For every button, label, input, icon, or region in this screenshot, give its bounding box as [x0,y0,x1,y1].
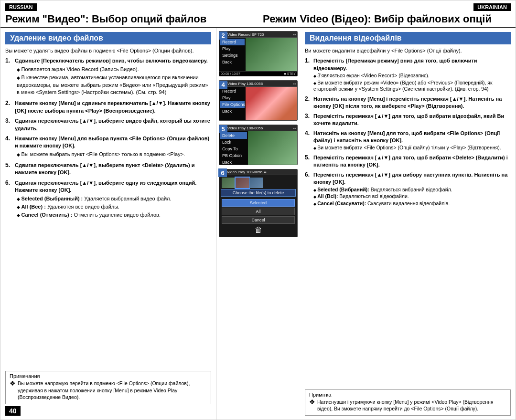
screen-2-menu: Record Play Settings Back [219,38,246,71]
left-column: Удаление видео файлов Вы можете удалять … [0,28,216,420]
screen-6-body: Choose the file(s) to delete Selected Al… [219,175,297,237]
left-step-2: 2. Нажмите кнопку [Menu] и сдвиньте пере… [5,100,211,115]
step-5-num: 5. [5,162,13,168]
thumb-2 [236,178,249,188]
rstep-4-title: Натисніть на кнопку [Menu] для того, щоб… [313,130,500,143]
screen-2-title: Video Record SF 720 [227,32,292,37]
right-notes-title: Примітка [309,392,506,398]
title-right: Режим Video (Відео): Вибір файлових опці… [258,13,511,25]
menu-record: Record [220,39,245,45]
rstep-4-content: Натисніть на кнопку [Menu] для того, щоб… [313,130,511,152]
menu-5-lock: Lock [220,139,247,146]
screen-5-status: ▪▪ [293,126,296,130]
right-step-5: 5. Перемістіть перемикач [▲/▼] для того,… [305,154,511,169]
step-1-content: Сдвиньте [Переключатель режимов] вниз, ч… [15,57,211,97]
screen-5-image [248,131,297,165]
rstep-3-num: 3. [305,113,313,127]
menu-4-play: Play [220,94,245,101]
screen-6-badge: 6 [219,169,227,177]
screen-4: 4 🎥 Video Play 100-0056 ▪▪ Record Play F… [219,80,298,121]
menu-4-record: Record [220,88,245,94]
right-step-4: 4. Натисніть на кнопку [Menu] для того, … [305,130,511,152]
rstep-2-content: Натисніть на кнопку [Menu] і перемістіть… [313,95,511,110]
screen-5-header: 🎥 Video Play 100-0056 ▪▪ [219,125,297,131]
screen-5: 5 🎥 Video Play 100-0056 ▪▪ Delete Lock C… [219,125,298,165]
screen-2-wrapper: 2 🎥 Video Record SF 720 ▪▪ Record Play S… [219,31,298,76]
screen-5-menu: Delete Lock Copy To PB Option Back [219,131,248,165]
left-notes-title: Примечания [10,373,207,379]
rstep-3-content: Перемістіть перемикач [▲/▼] для того, що… [313,113,511,127]
step-1-num: 1. [5,57,13,64]
step-6-bullets: Selected (Выбранный) : Удаляется выбранн… [15,195,211,219]
screen-2-footer: 00:00 / 10:57 ■ STBY [219,71,297,76]
left-step-3: 3. Сдвигая переключатель [▲/▼], выберите… [5,117,211,132]
screen-2-badge: 2 [219,31,227,40]
screen-6-header: 🎥 Video Play 100-0056 ▪▪ [219,169,297,175]
option-all: All [222,208,295,215]
rstep-2-num: 2. [305,95,313,110]
step-1-title: Сдвиньте [Переключатель режимов] вниз, ч… [15,58,208,63]
step-4-content: Нажмите кнопку [Menu] для выбора пункта … [15,135,211,159]
page: RUSSIAN UKRAINIAN Режим "Видео": Выбор о… [0,0,516,420]
bullet-item: Появляется экран Video Record (Запись Ви… [17,66,211,73]
screen-2-image [246,38,297,71]
screen-2-time: 00:00 / 10:57 [221,72,240,75]
step-2-title: Нажмите кнопку [Menu] и сдвиньте переклю… [15,100,210,113]
option-cancel: Cancel [222,216,295,224]
left-step-6: 6. Сдвигая переключатель [▲/▼], выберите… [5,179,211,220]
rstep-6-bullets: Selected (Вибраний): Видаляється вибрани… [313,187,511,207]
rstep-4-num: 4. [305,130,313,152]
right-note-diamond-icon: ❖ [309,398,315,406]
screen-4-image [246,87,297,120]
menu-4-back: Back [220,108,245,115]
bullet-item: Cancel (Отменить) : Отменить удаление ви… [17,211,211,219]
rstep-6-num: 6. [305,171,313,208]
screen-6-status: ▪▪ [264,170,267,174]
menu-back: Back [220,59,245,65]
step-6-content: Сдвигая переключатель [▲/▼], выберите од… [15,179,211,220]
screen-5-title: Video Play 100-0056 [227,126,292,130]
right-step-6: 6. Перемістіть перемикач [▲/▼] для вибор… [305,171,511,208]
right-step-2: 2. Натисніть на кнопку [Menu] і переміст… [305,95,511,110]
bullet-item: All (Всі): Видаляються всі відеофайли. [313,193,511,200]
screen-2-status: ▪▪ [293,33,296,36]
right-step-1: 1. Перемістіть [Перемикач режиму] вниз д… [305,57,511,93]
menu-5-back: Back [220,159,247,165]
bullet-item: Ви можете вибрати режим «Video» (Відео) … [313,80,511,93]
right-section-header: Видалення відеофайлів [305,32,511,44]
bullet-item: Вы можете выбрать пункт <File Options> т… [17,151,211,158]
left-notes-box: Примечания ❖ Вы можете напрямую перейти … [5,371,211,404]
step-6-num: 6. [5,179,13,186]
menu-play: Play [220,45,245,52]
step-2-num: 2. [5,100,13,106]
screen-2: 2 🎥 Video Record SF 720 ▪▪ Record Play S… [219,31,298,76]
menu-5-pboption: PB Option [220,152,247,159]
screen-6-wrapper: 6 🎥 Video Play 100-0056 ▪▪ Choose [219,169,298,237]
lang-header: RUSSIAN UKRAINIAN [0,0,516,12]
rstep-5-title: Перемістіть перемикач [▲/▼] для того, що… [313,155,508,168]
rstep-1-num: 1. [305,57,313,93]
screen-2-stby: ■ STBY [284,72,296,75]
rstep-3-title: Перемістіть перемикач [▲/▼] для того, що… [313,113,504,126]
screen-5-body: Delete Lock Copy To PB Option Back [219,131,297,165]
step-3-content: Сдвигая переключатель [▲/▼], выберите ви… [15,117,211,132]
screen-2-header: 🎥 Video Record SF 720 ▪▪ [219,32,297,38]
step-1-bullets: Появляется экран Video Record (Запись Ви… [15,66,211,96]
bullet-item: All (Все) : Удаляются все видео файлы. [17,203,211,210]
bullet-item: Selected (Выбранный) : Удаляется выбранн… [17,195,211,202]
rstep-6-title: Перемістіть перемикач [▲/▼] для вибору н… [313,172,507,185]
middle-column: 2 🎥 Video Record SF 720 ▪▪ Record Play S… [216,28,300,420]
left-step-5: 5. Сдвигая переключатель [▲/▼], выберите… [5,162,211,177]
right-intro: Ви можете видалити відеофайли у <File Op… [305,47,511,54]
russian-label: RUSSIAN [5,3,37,11]
screen-5-badge: 5 [219,125,227,133]
right-steps: 1. Перемістіть [Перемикач режиму] вниз д… [305,57,511,387]
left-note-item: ❖ Вы можете напрямую перейти в подменю <… [10,380,207,401]
rstep-4-bullets: Ви можете вибрати <File Options> (Опції … [313,145,511,151]
bullet-item: Ви можете вибрати <File Options> (Опції … [313,145,511,151]
main-content: Удаление видео файлов Вы можете удалять … [0,28,516,420]
step-4-num: 4. [5,135,13,142]
step-6-title: Сдвигая переключатель [▲/▼], выберите од… [15,180,196,193]
rstep-6-content: Перемістіть перемикач [▲/▼] для вибору н… [313,171,511,208]
option-selected: Selected [222,199,295,207]
